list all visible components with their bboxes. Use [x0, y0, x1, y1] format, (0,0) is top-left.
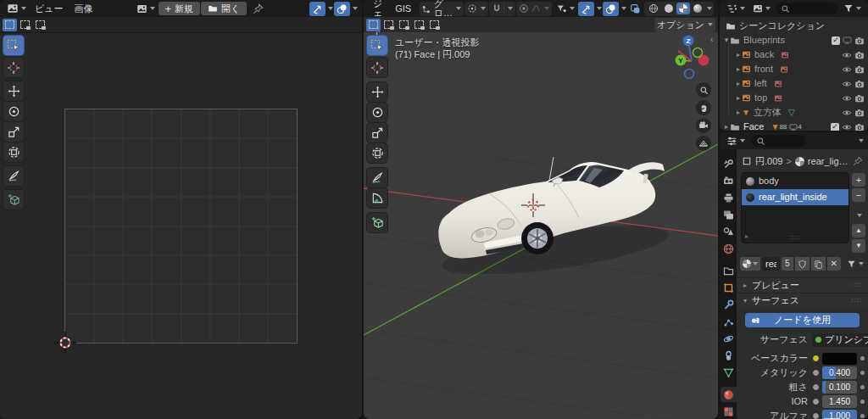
slot-specials-button[interactable] — [852, 209, 865, 222]
zoom-button[interactable] — [696, 82, 711, 98]
tool-select-box[interactable] — [3, 36, 24, 55]
ior-slider[interactable]: 1.450 — [822, 395, 857, 408]
tool-transform[interactable] — [367, 143, 387, 163]
object-row-cube[interactable]: ▸ ▼ 立方体 ▽ — [720, 105, 868, 120]
options-dropdown[interactable] — [859, 139, 864, 142]
disable-render-icon[interactable] — [854, 36, 865, 46]
hide-viewport-icon[interactable] — [843, 36, 852, 45]
pin-icon[interactable] — [253, 3, 264, 14]
unlink-material-button[interactable]: ✕ — [827, 257, 841, 271]
3d-cursor[interactable] — [521, 193, 545, 217]
display-mode-dropdown[interactable] — [750, 2, 773, 15]
tool-annotate[interactable] — [3, 166, 24, 186]
select-mode-subtract[interactable] — [33, 19, 47, 31]
menu-gis[interactable]: GIS — [390, 3, 416, 15]
expand-arrow-icon[interactable]: ▸ — [735, 66, 742, 73]
material-name-field[interactable]: rear_ligh... — [762, 257, 780, 271]
shading-solid[interactable] — [662, 3, 676, 14]
tab-world[interactable] — [721, 241, 737, 256]
image-datablock-selector[interactable] — [134, 2, 158, 16]
exclude-checkbox[interactable]: ✓ — [832, 36, 840, 45]
hide-eye-icon[interactable] — [842, 93, 852, 103]
tab-object-data[interactable] — [721, 365, 737, 380]
tool-rotate[interactable] — [367, 103, 387, 122]
overlays-dropdown[interactable] — [621, 7, 626, 10]
add-slot-button[interactable]: + — [852, 173, 865, 187]
tool-sample[interactable] — [3, 190, 24, 210]
editor-type-button[interactable] — [4, 1, 29, 16]
xray-toggle[interactable] — [627, 2, 643, 16]
pin-icon[interactable] — [853, 156, 863, 166]
select-mode-extend[interactable] — [381, 19, 396, 31]
tool-cursor[interactable] — [3, 58, 24, 77]
select-mode-extend[interactable] — [18, 19, 32, 31]
expand-arrow-icon[interactable]: ▸ — [735, 81, 742, 87]
hide-eye-icon[interactable] — [842, 122, 852, 131]
select-mode-invert[interactable] — [412, 19, 426, 31]
move-slot-up-button[interactable]: ▲ — [852, 224, 865, 237]
tool-select-box[interactable] — [367, 36, 387, 55]
pivot-point-dropdown[interactable] — [465, 2, 488, 16]
breadcrumb-material[interactable]: rear_light_insi... — [808, 157, 849, 166]
object-row-left[interactable]: ▸ left — [720, 76, 868, 91]
users-count-button[interactable]: 5 — [782, 257, 793, 271]
disable-render-icon[interactable] — [854, 122, 865, 131]
outliner-search[interactable] — [776, 3, 838, 14]
tool-transform[interactable] — [3, 142, 24, 162]
scene-collection-row[interactable]: シーンコレクション — [720, 19, 868, 33]
tab-output[interactable] — [721, 190, 737, 205]
select-mode-new[interactable] — [366, 19, 381, 31]
shading-material-preview[interactable] — [676, 3, 690, 14]
material-slot-body[interactable]: body — [742, 173, 849, 189]
decorator-dot[interactable] — [860, 414, 865, 418]
sidebar-toggle-arrow[interactable]: ‹ — [710, 36, 713, 44]
hide-eye-icon[interactable] — [842, 108, 852, 118]
tab-material[interactable] — [721, 387, 737, 402]
shading-dropdown[interactable] — [707, 7, 712, 10]
tool-annotate[interactable] — [367, 168, 387, 187]
select-mode-intersect[interactable] — [427, 19, 442, 31]
panel-surface[interactable]: ▾サーフェス∷∷ — [737, 293, 868, 308]
tab-constraints[interactable] — [721, 348, 737, 363]
expand-arrow-icon[interactable]: ▸ — [735, 95, 742, 102]
tool-measure[interactable] — [367, 188, 387, 208]
decorator-dot[interactable] — [860, 371, 865, 375]
material-slot-rear-light-inside[interactable]: rear_light_inside — [742, 189, 849, 205]
list-corner-arrow[interactable]: ▸ — [745, 233, 748, 240]
tab-scene[interactable] — [721, 224, 737, 239]
select-mode-new[interactable] — [3, 19, 17, 31]
tool-rotate[interactable] — [3, 102, 24, 121]
overlays-toggle[interactable] — [334, 2, 350, 16]
tool-move[interactable] — [367, 82, 387, 102]
object-row-back[interactable]: ▸ back — [720, 47, 868, 62]
pan-hand-button[interactable] — [696, 100, 711, 115]
object-row-top[interactable]: ▸ top — [720, 91, 868, 105]
expand-arrow-icon[interactable]: ▸ — [735, 109, 742, 116]
disable-render-icon[interactable] — [854, 50, 865, 60]
material-browse-button[interactable] — [740, 257, 760, 271]
menu-view[interactable]: ビュー — [30, 3, 69, 15]
tab-physics[interactable] — [721, 331, 737, 346]
properties-search[interactable] — [751, 135, 806, 147]
fake-user-button[interactable] — [795, 257, 810, 271]
tab-render[interactable] — [721, 173, 737, 188]
move-slot-down-button[interactable]: ▼ — [852, 239, 865, 253]
shading-rendered[interactable] — [691, 3, 704, 14]
remove-slot-button[interactable]: − — [852, 188, 865, 202]
menu-image[interactable]: 画像 — [70, 3, 98, 15]
object-row-front[interactable]: ▸ front — [720, 62, 868, 76]
decorator-dot[interactable] — [860, 385, 865, 389]
car-model[interactable] — [428, 155, 682, 274]
hide-eye-icon[interactable] — [842, 64, 852, 75]
hide-eye-icon[interactable] — [842, 50, 852, 60]
tool-cursor[interactable] — [367, 58, 387, 77]
decorator-dot[interactable] — [860, 356, 865, 360]
tool-scale[interactable] — [367, 123, 387, 142]
gizmos-dropdown[interactable] — [328, 7, 333, 10]
disable-render-icon[interactable] — [854, 64, 865, 75]
surface-shader-dropdown[interactable]: プリンシブルB... — [812, 333, 868, 347]
tab-texture[interactable] — [721, 404, 737, 419]
roughness-slider[interactable]: 0.100 — [822, 381, 857, 394]
gizmos-toggle[interactable] — [309, 2, 326, 16]
shading-wireframe[interactable] — [646, 2, 661, 15]
